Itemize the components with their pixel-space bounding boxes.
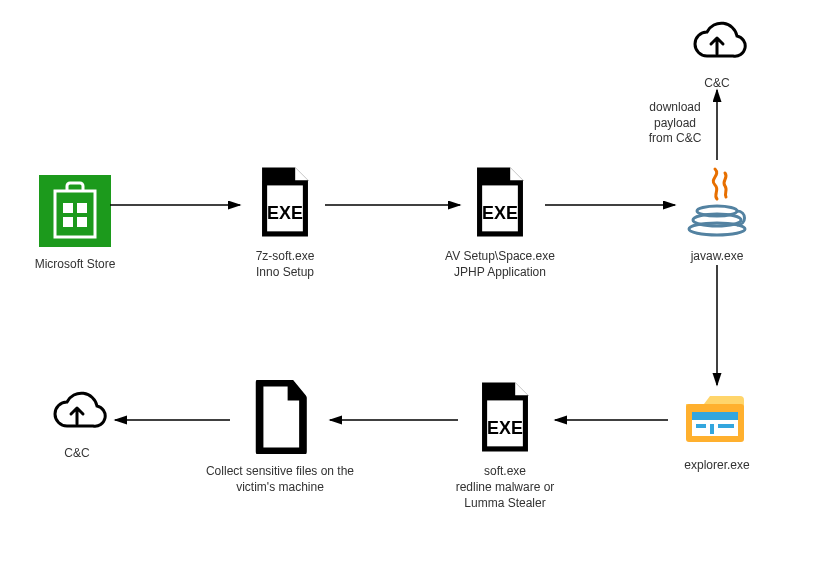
diagram-canvas: Microsoft Store EXE 7z-soft.exe Inno Set… [0,0,825,576]
arrows-layer [0,0,825,576]
edge-label-download: download payload from C&C [640,100,710,147]
